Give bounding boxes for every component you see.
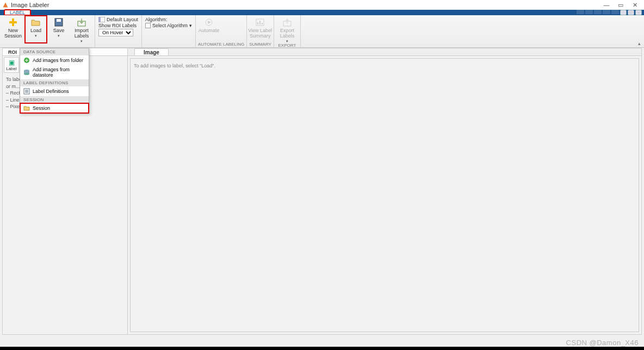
dropdown-header-label-defs: LABEL DEFINITIONS — [20, 79, 89, 86]
save-icon — [53, 17, 64, 28]
window-minimize-button[interactable]: — — [599, 2, 614, 8]
workspace: ROI ▣ Label To label... or m... – Rect..… — [2, 48, 642, 335]
load-label: Load — [30, 28, 41, 34]
gear-play-icon — [203, 17, 214, 28]
export-label: Export Labels — [280, 28, 295, 39]
menu-item-label: Session — [33, 105, 50, 111]
window-maximize-button[interactable]: ▭ — [614, 2, 628, 9]
export-icon — [282, 17, 293, 28]
group-summary-label: SUMMARY — [249, 42, 271, 47]
title-bar: Image Labeler — ▭ ✕ — [0, 0, 644, 10]
define-label-text: Label — [4, 66, 18, 71]
export-labels-button[interactable]: Export Labels ▾ — [276, 16, 298, 43]
summary-icon — [255, 17, 265, 28]
new-session-button[interactable]: New Session — [2, 16, 24, 43]
menu-add-images-datastore[interactable]: Add images from datastore — [20, 65, 89, 79]
group-automate-label: AUTOMATE LABELING — [198, 42, 244, 47]
menu-label-definitions[interactable]: Label Definitions — [20, 86, 89, 96]
list-icon — [23, 88, 30, 95]
select-algorithm-button[interactable]: Select Algorithm ▾ — [145, 23, 192, 28]
menu-item-label: Add images from folder — [33, 58, 83, 63]
automate-button[interactable]: Automate — [198, 16, 220, 42]
save-label: Save — [53, 28, 65, 34]
dropdown-header-session: SESSION — [20, 96, 89, 103]
save-button[interactable]: Save ▾ — [48, 16, 70, 43]
group-layout-label — [97, 36, 139, 42]
svg-rect-6 — [98, 17, 101, 22]
folder-icon — [23, 105, 30, 111]
watermark-text: CSDN @Damon_X46 — [566, 339, 639, 347]
canvas-tabs: Image — [128, 48, 641, 56]
group-file-label — [2, 43, 92, 47]
qat-item[interactable] — [585, 10, 593, 14]
image-canvas: To add images to label, select "Load". — [130, 58, 639, 332]
tab-image[interactable]: Image — [134, 48, 169, 55]
app-logo-icon — [2, 2, 9, 8]
dropdown-arrow-icon: ▾ — [35, 34, 37, 38]
new-session-label: New Session — [4, 28, 22, 39]
ribbon-minimize-icon[interactable]: ▴ — [638, 41, 641, 46]
select-algorithm-label: Select Algorithm — [152, 23, 188, 28]
svg-rect-10 — [259, 21, 261, 24]
quick-access-toolbar: ? ⦿ ▾ — [577, 10, 644, 15]
ribbon: New Session Load ▾ Save ▾ Import Labels … — [0, 15, 644, 48]
folder-open-icon — [30, 17, 41, 28]
show-roi-select[interactable]: On Hover — [98, 29, 133, 36]
dropdown-arrow-icon: ▾ — [81, 39, 83, 43]
taskbar-sliver — [0, 347, 644, 350]
layout-icon — [98, 17, 105, 22]
group-algo-label — [144, 28, 193, 34]
svg-rect-9 — [257, 22, 258, 24]
ribbon-tab-label[interactable]: LABEL — [4, 10, 30, 15]
qat-help2-icon[interactable]: ⦿ — [628, 10, 634, 15]
checkbox-icon — [145, 23, 151, 28]
menu-add-images-folder[interactable]: Add images from folder — [20, 55, 89, 65]
menu-item-label: Add images from datastore — [33, 67, 85, 78]
datastore-icon — [23, 69, 30, 76]
qat-help-icon[interactable]: ? — [620, 10, 627, 15]
label-tag-icon: ▣ — [4, 59, 18, 66]
window-title: Image Labeler — [11, 2, 49, 8]
define-label-button[interactable]: ▣ Label — [4, 57, 19, 73]
svg-rect-1 — [9, 21, 17, 23]
window-close-button[interactable]: ✕ — [628, 2, 642, 9]
import-icon — [76, 17, 87, 28]
menu-session[interactable]: Session — [20, 103, 89, 113]
default-layout-button[interactable]: Default Layout — [98, 17, 138, 22]
load-button[interactable]: Load ▾ — [25, 16, 47, 43]
ribbon-tab-strip: LABEL ? ⦿ ▾ — [0, 10, 644, 15]
image-canvas-area: Image To add images to label, select "Lo… — [128, 48, 641, 334]
load-dropdown-menu: DATA SOURCE Add images from folder Add i… — [20, 48, 89, 114]
svg-rect-11 — [262, 23, 263, 24]
import-labels-button[interactable]: Import Labels ▾ — [71, 16, 92, 43]
canvas-hint-text: To add images to label, select "Load". — [134, 63, 215, 68]
dropdown-arrow-icon: ▾ — [58, 34, 60, 38]
qat-menu-icon[interactable]: ▾ — [635, 10, 642, 15]
dropdown-arrow-icon: ▾ — [286, 39, 288, 43]
qat-item[interactable] — [594, 10, 602, 14]
default-layout-label: Default Layout — [107, 17, 138, 22]
qat-item[interactable] — [577, 10, 584, 14]
import-label: Import Labels — [75, 28, 89, 39]
view-summary-button[interactable]: View Label Summary — [249, 16, 271, 42]
svg-point-16 — [24, 73, 29, 75]
algorithm-label: Algorithm: — [145, 17, 192, 22]
add-folder-icon — [23, 57, 30, 64]
qat-item[interactable] — [611, 10, 619, 14]
dropdown-header-data-source: DATA SOURCE — [20, 48, 89, 55]
dropdown-arrow-icon: ▾ — [189, 23, 192, 28]
show-roi-labels-label: Show ROI Labels — [98, 23, 138, 28]
qat-item[interactable] — [603, 10, 610, 14]
view-summary-label: View Label Summary — [248, 28, 272, 39]
svg-rect-3 — [57, 19, 61, 22]
plus-icon — [8, 17, 18, 28]
menu-item-label: Label Definitions — [33, 89, 69, 94]
automate-label: Automate — [199, 28, 220, 34]
